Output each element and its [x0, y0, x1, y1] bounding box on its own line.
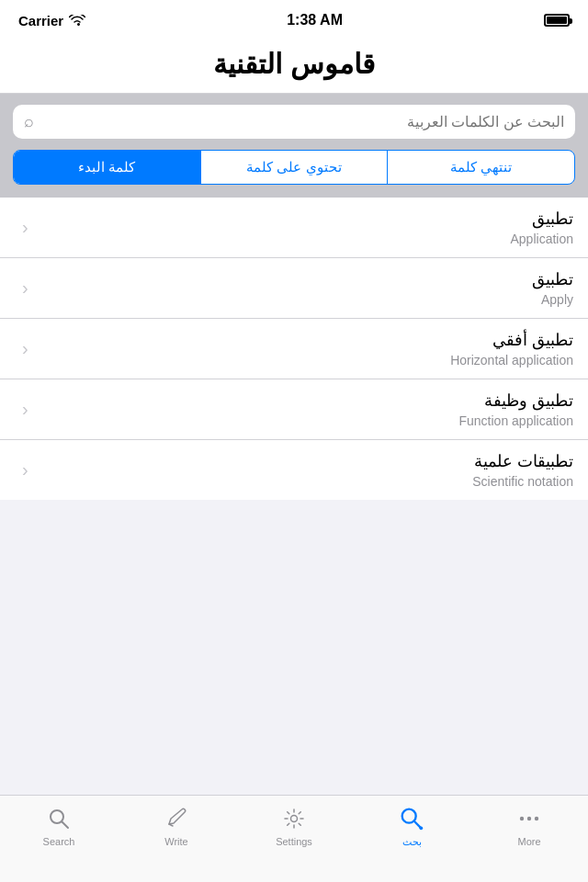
tab-settings-label: Settings: [276, 836, 312, 847]
english-word: Apply: [28, 292, 573, 307]
segment-control: كلمة البدء تحتوي على كلمة تنتهي كلمة: [13, 150, 575, 185]
tab-search-label: Search: [43, 836, 75, 847]
search-section: ⌕ كلمة البدء تحتوي على كلمة تنتهي كلمة: [0, 94, 588, 198]
segment-ends[interactable]: تنتهي كلمة: [388, 151, 574, 184]
chevron-icon: ›: [22, 338, 28, 359]
english-word: Application: [28, 232, 573, 246]
svg-point-3: [291, 816, 298, 822]
svg-point-9: [535, 817, 538, 820]
search-input-wrapper: ⌕: [13, 105, 575, 139]
segment-starts[interactable]: كلمة البدء: [14, 151, 201, 184]
arabic-word: تطبيق: [28, 269, 573, 289]
status-left: Carrier: [18, 13, 85, 28]
app-title: قاموس التقنية: [18, 48, 570, 80]
battery-icon: [544, 14, 570, 27]
list-item[interactable]: › تطبيق وظيفة Function application: [0, 379, 588, 440]
tab-bahth-label: بحث: [402, 836, 422, 848]
english-word: Function application: [28, 413, 573, 428]
settings-tab-icon: [280, 805, 308, 832]
chevron-icon: ›: [22, 277, 28, 299]
arabic-word: تطبيق أفقي: [28, 330, 573, 350]
search-tab-icon: [45, 805, 73, 832]
english-word: Horizontal application: [28, 353, 573, 368]
app-title-section: قاموس التقنية: [0, 40, 588, 94]
segment-contains[interactable]: تحتوي على كلمة: [201, 151, 389, 184]
tab-bahth[interactable]: بحث: [353, 805, 470, 848]
svg-line-2: [169, 824, 173, 826]
svg-point-7: [520, 817, 524, 820]
tab-write-label: Write: [164, 836, 187, 847]
arabic-word: تطبيقات علمية: [28, 451, 573, 471]
status-right: [544, 14, 570, 27]
more-tab-icon: [515, 805, 543, 832]
list-item[interactable]: › تطبيقات علمية Scientific notation: [0, 440, 588, 500]
search-glass-icon: ⌕: [24, 112, 34, 131]
tab-settings[interactable]: Settings: [235, 805, 353, 847]
list-item[interactable]: › تطبيق Apply: [0, 258, 588, 319]
svg-line-1: [62, 822, 69, 829]
word-list: › تطبيق Application › تطبيق Apply › تطبي…: [0, 198, 588, 500]
search-input[interactable]: [41, 114, 564, 130]
tab-write[interactable]: Write: [118, 805, 235, 847]
chevron-icon: ›: [22, 399, 28, 420]
svg-point-4: [402, 809, 416, 823]
svg-point-8: [527, 817, 531, 820]
write-tab-icon: [163, 805, 190, 832]
list-item[interactable]: › تطبيق Application: [0, 198, 588, 258]
status-time: 1:38 AM: [287, 12, 343, 28]
chevron-icon: ›: [22, 459, 28, 481]
chevron-icon: ›: [22, 217, 28, 238]
carrier-label: Carrier: [18, 13, 63, 28]
tab-more[interactable]: More: [470, 805, 588, 847]
english-word: Scientific notation: [28, 474, 573, 489]
tab-search[interactable]: Search: [0, 805, 118, 847]
wifi-icon: [69, 15, 85, 27]
tab-bar: Search Write Settings بحث: [0, 795, 588, 882]
bahth-tab-icon: [398, 805, 425, 832]
arabic-word: تطبيق وظيفة: [28, 390, 573, 411]
arabic-word: تطبيق: [28, 209, 573, 229]
list-item[interactable]: › تطبيق أفقي Horizontal application: [0, 319, 588, 379]
status-bar: Carrier 1:38 AM: [0, 0, 588, 40]
svg-point-6: [419, 826, 423, 830]
tab-more-label: More: [517, 836, 540, 847]
